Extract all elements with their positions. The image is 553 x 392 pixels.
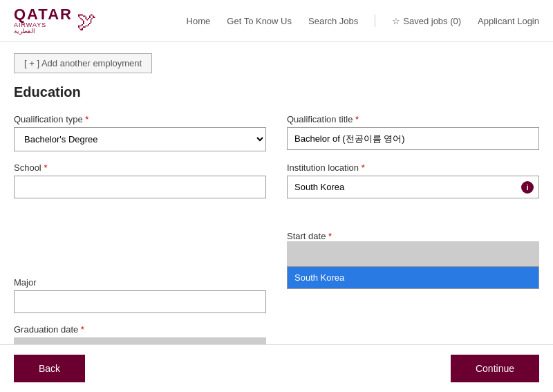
qualification-type-group: Qualification type * Bachelor's Degree xyxy=(14,114,266,151)
star-icon: ☆ xyxy=(392,16,400,26)
main-content: [ + ] Add another employment Education Q… xyxy=(0,42,553,392)
logo-qatar: QATAR xyxy=(14,7,73,22)
major-label: Major xyxy=(14,277,266,288)
required-marker: * xyxy=(85,114,88,124)
institution-location-input[interactable] xyxy=(287,176,539,198)
school-label: School * xyxy=(14,162,266,173)
qualification-type-select[interactable]: Bachelor's Degree xyxy=(14,127,266,151)
qualification-title-input[interactable] xyxy=(287,127,539,150)
education-form: Qualification type * Bachelor's Degree Q… xyxy=(14,114,539,362)
start-date-input[interactable] xyxy=(287,241,539,266)
required-marker-2: * xyxy=(355,114,359,124)
nav-search-jobs[interactable]: Search Jobs xyxy=(308,16,358,26)
navigation: Home Get To Know Us Search Jobs ☆ Saved … xyxy=(187,15,539,27)
nav-get-to-know-us[interactable]: Get To Know Us xyxy=(227,16,292,26)
required-marker-6: * xyxy=(81,324,84,335)
start-date-label: Start date * xyxy=(287,231,332,241)
add-employment-button[interactable]: [ + ] Add another employment xyxy=(14,53,152,73)
required-marker-3: * xyxy=(44,162,47,173)
start-date-group: Start date * xyxy=(287,230,539,266)
major-input[interactable] xyxy=(14,290,266,313)
back-button[interactable]: Back xyxy=(14,355,85,382)
section-title: Education xyxy=(14,84,539,100)
institution-location-group: Institution location * i South Korea Sta… xyxy=(287,162,539,266)
footer-bar: Back Continue xyxy=(0,344,553,392)
logo: QATAR AIRWAYS القطرية 🕊 xyxy=(14,7,96,35)
required-marker-4: * xyxy=(362,162,365,173)
header: QATAR AIRWAYS القطرية 🕊 Home Get To Know… xyxy=(0,0,553,42)
qualification-type-label: Qualification type * xyxy=(14,114,266,124)
school-group: School * xyxy=(14,162,266,266)
location-wrapper: i xyxy=(287,176,539,198)
location-dropdown: South Korea xyxy=(287,266,539,289)
nav-divider xyxy=(375,15,375,27)
graduation-date-label: Graduation date * xyxy=(14,324,266,335)
continue-button[interactable]: Continue xyxy=(451,355,539,382)
qualification-title-group: Qualification title * xyxy=(287,114,539,151)
nav-saved-jobs[interactable]: ☆ Saved jobs (0) xyxy=(392,16,461,26)
dropdown-item-south-korea[interactable]: South Korea xyxy=(288,267,538,288)
institution-location-label: Institution location * xyxy=(287,162,539,173)
required-marker-5: * xyxy=(328,231,332,241)
qualification-title-label: Qualification title * xyxy=(287,114,539,124)
logo-arabic: القطرية xyxy=(14,28,73,35)
major-group: Major xyxy=(14,277,266,313)
saved-jobs-label: Saved jobs (0) xyxy=(403,16,461,26)
bird-icon: 🕊 xyxy=(77,10,96,32)
nav-home[interactable]: Home xyxy=(187,16,211,26)
school-input[interactable] xyxy=(14,176,266,198)
logo-text: QATAR AIRWAYS القطرية xyxy=(14,7,73,35)
info-icon[interactable]: i xyxy=(521,181,534,194)
nav-applicant-login[interactable]: Applicant Login xyxy=(478,16,539,26)
